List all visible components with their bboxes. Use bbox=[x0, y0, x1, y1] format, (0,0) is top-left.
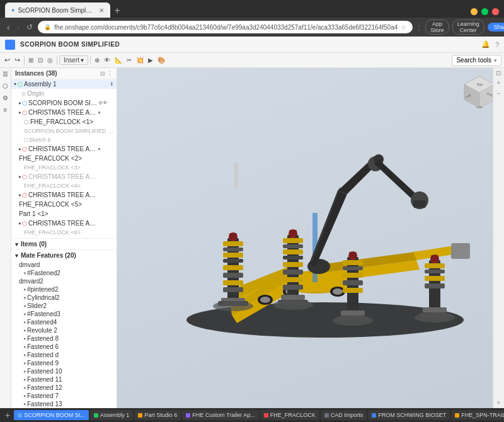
tree-item-dmvard[interactable]: dmvard bbox=[11, 261, 117, 269]
tree-item-christmas3[interactable]: ▸ ⬡ CHRISTMAS TREE ABOVE GROUND <3> ● bbox=[11, 144, 117, 154]
tree-item-fraclock5[interactable]: FHE_FRACLOCK <5> bbox=[11, 200, 117, 209]
zoom-in-icon[interactable]: + bbox=[497, 79, 501, 86]
share-button[interactable]: Share bbox=[488, 23, 504, 31]
tree-item-origin[interactable]: ◎ Origin bbox=[11, 89, 117, 98]
help-icon[interactable]: ? bbox=[495, 41, 499, 48]
tb-measure-button[interactable]: 📐 bbox=[113, 56, 124, 64]
tree-item-christmas4[interactable]: ▸ ⬡ CHRISTMAS TREE ABOVE GROUND <4> bbox=[11, 172, 117, 181]
tree-item-fastened8[interactable]: ▸ Fastened 8 bbox=[11, 334, 117, 343]
taskbar-item-assembly[interactable]: Assembly 1 bbox=[90, 410, 134, 420]
tree-item-fastened9[interactable]: ▸ Fastened 9 bbox=[11, 359, 117, 367]
tree-item-christmas5[interactable]: ▸ ⬡ CHRISTMAS TREE ABOVE GROUND <5> bbox=[11, 190, 117, 200]
search-dropdown-icon[interactable]: ▾ bbox=[494, 57, 497, 64]
tree-item-fraclock3[interactable]: FHE_FRACLOCK <3> bbox=[11, 163, 117, 172]
part-eye-icon[interactable]: 👁 bbox=[103, 100, 108, 106]
tree-item-slider2[interactable]: ▸ Slider2 bbox=[11, 302, 117, 310]
extension-icon[interactable]: ⋮ bbox=[416, 24, 422, 31]
tb-section-button[interactable]: ✂ bbox=[125, 56, 134, 64]
tree-item-fraclock4[interactable]: FHE_FRACLOCK <4> bbox=[11, 181, 117, 190]
tree-item-sketch6[interactable]: □ Sketch 6 bbox=[11, 135, 117, 144]
tree-item-scorpion1[interactable]: ▸ ⬡ SCORPION BOOM SIMPLIFIED <1> ⚙ 👁 bbox=[11, 98, 117, 108]
filter-icon[interactable]: ⊟ bbox=[100, 71, 105, 77]
download-icon[interactable]: ⬇ bbox=[110, 81, 114, 87]
tree-item-fastened3[interactable]: ▸ #Fastened3 bbox=[11, 310, 117, 318]
tb-animate-button[interactable]: ▶ bbox=[146, 56, 155, 64]
forward-button[interactable]: › bbox=[15, 21, 22, 33]
mate-features-section[interactable]: ▾ Mate Features (20) bbox=[11, 249, 117, 261]
tree-item-cylindrical[interactable]: ▸ Cylindrical2 bbox=[11, 294, 117, 302]
tree-item-dmvard2[interactable]: dmvard2 bbox=[11, 277, 117, 285]
sidebar-scroll-handle[interactable] bbox=[234, 163, 238, 188]
tree-item-fraclock2[interactable]: FHE_FRACLOCK <2> bbox=[11, 154, 117, 163]
tree-item-fraclock1[interactable]: ⬡ FHE_FRACLOCK <1> bbox=[11, 117, 117, 127]
new-tab-button[interactable]: + bbox=[110, 5, 123, 16]
tree-item-fastened10[interactable]: ▸ Fastened 10 bbox=[11, 367, 117, 375]
tree-item-christmas2[interactable]: ▸ ⬡ CHRISTMAS TREE ABOVE GROUND <2> ● bbox=[11, 108, 117, 117]
scroll-icon[interactable]: ≡ bbox=[497, 400, 500, 406]
left-icon-rail: ☰ ⬡ ⚙ ≡ bbox=[0, 68, 11, 408]
active-tab[interactable]: ● ScORPION Boom SimplifiED ✕ bbox=[5, 3, 110, 18]
tool-btn-3[interactable]: ◎ bbox=[45, 56, 55, 64]
tb-explode-button[interactable]: 💥 bbox=[134, 56, 146, 64]
notification-icon[interactable]: 🔔 bbox=[481, 40, 490, 48]
bookmark-icon[interactable]: ☆ bbox=[401, 24, 406, 31]
tree-item-fastenedd[interactable]: ▸ Fastened d bbox=[11, 351, 117, 359]
parts-icon[interactable]: ⬡ bbox=[3, 83, 8, 89]
tree-item-revolute2[interactable]: ▸ Revolute 2 bbox=[11, 326, 117, 334]
url-bar[interactable]: 🔒 fhe.onshape.com/documents/c9b77c6c4d8b… bbox=[38, 21, 413, 33]
items-section[interactable]: ▾ Items (0) bbox=[11, 238, 117, 249]
tree-item-fraclock6[interactable]: FHE_FRACLOCK <6> bbox=[11, 228, 117, 237]
tool-btn-2[interactable]: ⊡ bbox=[36, 56, 45, 64]
tree-item-fastened4[interactable]: ▸ Fastened4 bbox=[11, 318, 117, 326]
tree-item-fastened11[interactable]: ▸ Fastened 11 bbox=[11, 375, 117, 384]
tree-item-pintened[interactable]: ▸ #pintened2 bbox=[11, 285, 117, 294]
tree-item-fastened6[interactable]: ▸ Fastened 6 bbox=[11, 343, 117, 351]
tb-render-button[interactable]: 🎨 bbox=[156, 56, 167, 64]
zoom-out-icon[interactable]: − bbox=[497, 90, 501, 97]
tree-item-fastened2[interactable]: ▸ #Fastened2 bbox=[11, 269, 117, 277]
close-button[interactable] bbox=[492, 8, 499, 15]
redo-button[interactable]: ↪ bbox=[13, 55, 22, 65]
mates-icon[interactable]: ⚙ bbox=[3, 94, 8, 101]
tb-view-button[interactable]: 👁 bbox=[102, 56, 112, 64]
tool-btn-1[interactable]: ⊞ bbox=[26, 56, 35, 64]
eye-icon[interactable]: ● bbox=[98, 146, 101, 152]
minimize-button[interactable] bbox=[471, 8, 478, 15]
taskbar-item-cad-imports[interactable]: CAD Imports bbox=[321, 410, 367, 420]
insert-button[interactable]: Insert ▾ bbox=[59, 55, 88, 65]
taskbar-item-partstudio[interactable]: Part Studio 6 bbox=[134, 410, 181, 420]
undo-button[interactable]: ↩ bbox=[3, 55, 12, 65]
features-icon[interactable]: ≡ bbox=[4, 106, 8, 113]
tree-item-part1[interactable]: Part 1 <1> bbox=[11, 209, 117, 219]
back-button[interactable]: ‹ bbox=[5, 21, 12, 33]
cad-viewport[interactable]: Top Left Front Lets ⊡ + − ≡ bbox=[117, 68, 504, 408]
tb-mate-button[interactable]: ⊕ bbox=[93, 56, 101, 64]
eye-icon[interactable]: ● bbox=[98, 110, 101, 115]
zoom-fit-icon[interactable]: ⊡ bbox=[495, 71, 502, 76]
svg-rect-53 bbox=[281, 295, 305, 300]
add-tab-button[interactable]: + bbox=[3, 410, 13, 420]
svg-rect-32 bbox=[223, 253, 243, 258]
tree-item-christmas6[interactable]: ▸ ⬡ CHRISTMAS TREE ABOVE GROUND <6> bbox=[11, 219, 117, 228]
learning-center-button[interactable]: Learning Center bbox=[452, 20, 484, 35]
tree-item-scorpion2[interactable]: SCORPION BOOM SIMPLIFIED <2> bbox=[11, 127, 117, 135]
more-icon[interactable]: ⋮ bbox=[107, 71, 113, 77]
app-store-button[interactable]: App Store bbox=[425, 20, 449, 35]
taskbar-item-spn-trailer1[interactable]: FHE_SPN-TRAILER bbox=[451, 410, 504, 420]
tree-item-assembly1[interactable]: ▾ ⬡ Assembly 1 ⬇ bbox=[11, 79, 117, 89]
taskbar-item-schwing[interactable]: FROM SCHWING BIOSET bbox=[368, 410, 450, 420]
expand-icon: ▸ bbox=[24, 336, 26, 341]
taskbar-item-custom-trailer[interactable]: FHE Custom Trailer Ap... bbox=[182, 410, 259, 420]
reload-button[interactable]: ↺ bbox=[25, 22, 35, 32]
part-settings-icon[interactable]: ⚙ bbox=[98, 100, 103, 106]
tree-item-fastened12[interactable]: ▸ Fastened 12 bbox=[11, 384, 117, 392]
taskbar-item-fraclock[interactable]: FHE_FRACLOCK bbox=[260, 410, 319, 420]
tree-icon[interactable]: ☰ bbox=[3, 71, 8, 77]
tree-item-fastened13[interactable]: ▸ Fastened 13 bbox=[11, 400, 117, 408]
item-label: FHE_FRACLOCK <1> bbox=[30, 118, 93, 125]
tab-close-button[interactable]: ✕ bbox=[99, 7, 104, 14]
search-tools-box[interactable]: Search tools ▾ bbox=[452, 55, 501, 66]
tree-item-fastened7[interactable]: ▸ Fastened 7 bbox=[11, 392, 117, 400]
maximize-button[interactable] bbox=[481, 8, 488, 15]
taskbar-item-scorpion[interactable]: SCORPION BOOM SI... bbox=[14, 410, 89, 420]
